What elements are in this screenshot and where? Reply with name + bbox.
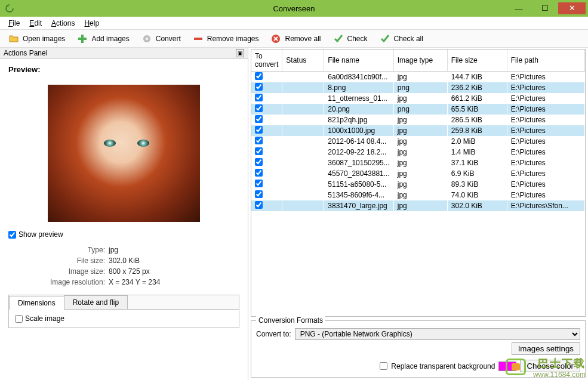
table-row[interactable]: 45570_28043881...jpg6.9 KiBE:\Pictures xyxy=(251,168,585,179)
row-file-path: E:\Pictures xyxy=(507,179,584,190)
col-header-to-convert[interactable]: To convert xyxy=(251,50,282,72)
filesize-value: 302.0 KiB xyxy=(109,257,140,265)
col-header-status[interactable]: Status xyxy=(282,50,324,72)
scale-image-checkbox[interactable] xyxy=(15,315,23,323)
filesize-label: File size: xyxy=(8,257,109,265)
row-file-size: 1.4 MiB xyxy=(447,147,507,157)
col-header-file-size[interactable]: File size xyxy=(447,50,507,72)
table-row[interactable]: 8.pngpng236.2 KiBE:\Pictures xyxy=(251,82,585,93)
row-file-path: E:\Pictures xyxy=(507,104,584,115)
right-panel: To convert Status File name Image type F… xyxy=(248,48,588,380)
row-file-name: 11_otterness_01... xyxy=(324,93,393,104)
row-image-type: jpg xyxy=(393,125,447,136)
svg-rect-1 xyxy=(78,38,87,40)
row-file-path: E:\Pictures xyxy=(507,72,584,83)
row-image-type: png xyxy=(393,104,447,115)
row-image-type: jpg xyxy=(393,136,447,147)
check-button[interactable]: Check xyxy=(328,32,372,45)
row-checkbox[interactable] xyxy=(255,115,263,123)
row-file-size: 37.1 KiB xyxy=(447,157,507,168)
row-checkbox[interactable] xyxy=(255,104,263,112)
row-status xyxy=(282,190,324,200)
table-row[interactable]: 2012-09-22 18.2...jpg1.4 MiBE:\Pictures xyxy=(251,147,585,157)
convert-to-dropdown[interactable]: PNG - (Portable Network Graphics) xyxy=(295,328,580,340)
table-row[interactable]: 3831470_large.jpgjpg302.0 KiBE:\Pictures… xyxy=(251,200,585,211)
row-file-size: 144.7 KiB xyxy=(447,72,507,83)
row-file-size: 236.2 KiB xyxy=(447,82,507,93)
open-images-button[interactable]: Open images xyxy=(4,32,70,45)
file-list-container[interactable]: To convert Status File name Image type F… xyxy=(251,49,586,317)
row-checkbox[interactable] xyxy=(255,126,263,134)
col-header-image-type[interactable]: Image type xyxy=(393,50,447,72)
detach-panel-button[interactable]: ▣ xyxy=(236,49,244,57)
maximize-button[interactable]: ☐ xyxy=(532,2,558,14)
menu-edit[interactable]: Edit xyxy=(24,18,47,29)
folder-open-icon xyxy=(8,33,19,44)
row-file-path: E:\Pictures\Sfon... xyxy=(507,200,584,211)
resolution-label: Image resolution: xyxy=(8,278,109,286)
row-checkbox[interactable] xyxy=(255,137,263,144)
row-file-size: 259.8 KiB xyxy=(447,125,507,136)
menu-file[interactable]: File xyxy=(4,18,24,29)
row-file-name: 2012-09-22 18.2... xyxy=(324,147,393,157)
row-status xyxy=(282,82,324,93)
table-row[interactable]: 2012-06-14 08.4...jpg2.0 MiBE:\Pictures xyxy=(251,136,585,147)
menu-file-label: ile xyxy=(13,19,20,27)
table-row[interactable]: 51345-8609f6-4...jpg74.0 KiBE:\Pictures xyxy=(251,190,585,200)
row-checkbox[interactable] xyxy=(255,147,263,155)
table-row[interactable]: 20.pngpng65.5 KiBE:\Pictures xyxy=(251,104,585,115)
options-tabs: Dimensions Rotate and flip Scale image xyxy=(8,295,239,328)
row-image-type: jpg xyxy=(393,115,447,125)
col-header-file-path[interactable]: File path xyxy=(507,50,584,72)
row-status xyxy=(282,179,324,190)
menu-help[interactable]: Help xyxy=(79,18,104,29)
gear-icon xyxy=(141,33,152,44)
choose-color-button[interactable]: Choose color xyxy=(520,360,580,372)
check-all-button[interactable]: Check all xyxy=(375,32,428,45)
convert-label: Convert xyxy=(156,35,181,43)
row-checkbox[interactable] xyxy=(255,94,263,101)
row-status xyxy=(282,147,324,157)
actions-panel-body: Preview: Show preview Type:jpg File size… xyxy=(0,59,248,380)
table-row[interactable]: 11_otterness_01...jpg661.2 KiBE:\Picture… xyxy=(251,93,585,104)
col-header-file-name[interactable]: File name xyxy=(324,50,393,72)
menu-actions[interactable]: Actions xyxy=(47,18,79,29)
table-row[interactable]: 51151-a65080-5...jpg89.3 KiBE:\Pictures xyxy=(251,179,585,190)
row-checkbox[interactable] xyxy=(255,83,263,91)
plus-icon xyxy=(77,33,88,44)
row-checkbox[interactable] xyxy=(255,72,263,80)
convert-button[interactable]: Convert xyxy=(137,32,186,45)
table-row[interactable]: 6a00d8341cb90f...jpg144.7 KiBE:\Pictures xyxy=(251,72,585,83)
images-settings-button[interactable]: Images settings xyxy=(512,342,580,355)
show-preview-checkbox[interactable] xyxy=(8,231,16,239)
row-file-path: E:\Pictures xyxy=(507,168,584,179)
image-info-table: Type:jpg File size:302.0 KiB Image size:… xyxy=(8,245,239,288)
tab-rotate-flip[interactable]: Rotate and flip xyxy=(64,295,128,309)
row-file-size: 6.9 KiB xyxy=(447,168,507,179)
row-checkbox[interactable] xyxy=(255,190,263,198)
table-row[interactable]: 1000x1000.jpgjpg259.8 KiBE:\Pictures xyxy=(251,125,585,136)
minimize-button[interactable]: — xyxy=(506,2,532,14)
menubar: File Edit Actions Help xyxy=(0,17,588,30)
add-images-button[interactable]: Add images xyxy=(72,32,134,45)
tab-dimensions[interactable]: Dimensions xyxy=(9,296,64,310)
remove-all-button[interactable]: Remove all xyxy=(266,32,325,45)
remove-all-label: Remove all xyxy=(285,35,321,43)
replace-background-checkbox[interactable] xyxy=(380,362,387,370)
close-button[interactable]: ✕ xyxy=(558,2,586,14)
row-checkbox[interactable] xyxy=(255,158,263,166)
file-list-table: To convert Status File name Image type F… xyxy=(251,50,585,211)
row-file-name: 1000x1000.jpg xyxy=(324,125,393,136)
table-row[interactable]: 821p2qh.jpgjpg286.5 KiBE:\Pictures xyxy=(251,115,585,125)
row-checkbox[interactable] xyxy=(255,169,263,177)
row-status xyxy=(282,200,324,211)
actions-panel-title: Actions Panel xyxy=(4,49,236,57)
menu-actions-label: ctions xyxy=(56,19,75,27)
row-file-path: E:\Pictures xyxy=(507,125,584,136)
row-file-name: 51345-8609f6-4... xyxy=(324,190,393,200)
row-checkbox[interactable] xyxy=(255,201,263,209)
row-checkbox[interactable] xyxy=(255,180,263,187)
table-row[interactable]: 36087_10150295...jpg37.1 KiBE:\Pictures xyxy=(251,157,585,168)
background-color-swatch[interactable] xyxy=(498,362,516,371)
remove-images-button[interactable]: Remove images xyxy=(188,32,264,45)
